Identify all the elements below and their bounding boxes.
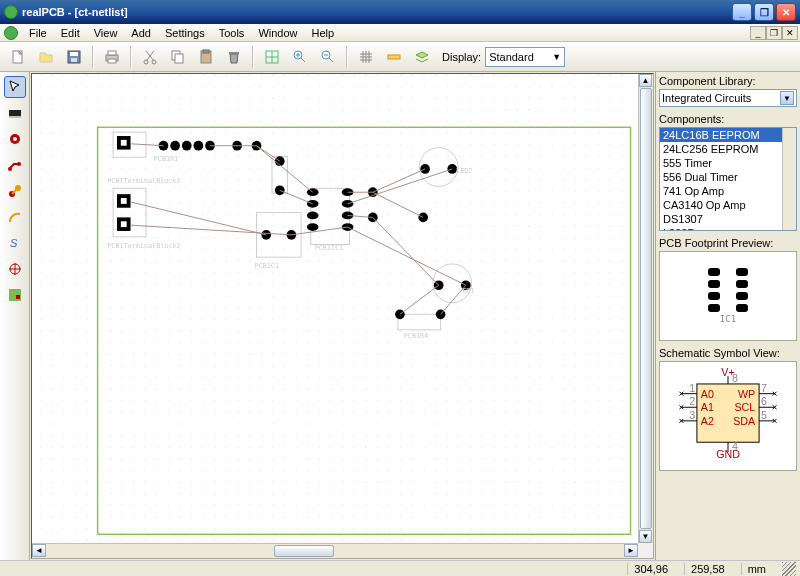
svg-rect-13 — [229, 52, 239, 54]
svg-text:5: 5 — [761, 409, 767, 421]
mdi-restore-button[interactable]: ❐ — [766, 26, 782, 40]
select-tool[interactable] — [4, 76, 26, 98]
svg-text:1: 1 — [689, 382, 695, 394]
svg-text:S: S — [10, 237, 18, 249]
menu-add[interactable]: Add — [124, 25, 158, 41]
status-y: 259,58 — [684, 563, 731, 575]
save-button[interactable] — [62, 45, 86, 69]
svg-text:A0: A0 — [701, 388, 714, 400]
horizontal-scrollbar[interactable]: ◄ ► — [32, 543, 638, 558]
mdi-minimize-button[interactable]: _ — [750, 26, 766, 40]
snap-button[interactable] — [382, 45, 406, 69]
hscroll-thumb[interactable] — [274, 545, 334, 557]
component-item[interactable]: DS1307 — [660, 212, 796, 226]
menu-tools[interactable]: Tools — [212, 25, 252, 41]
pad-tool[interactable] — [4, 128, 26, 150]
svg-rect-2 — [70, 52, 78, 56]
menu-window[interactable]: Window — [251, 25, 304, 41]
copy-button[interactable] — [166, 45, 190, 69]
component-item[interactable]: 555 Timer — [660, 156, 796, 170]
svg-rect-29 — [16, 295, 20, 299]
svg-rect-45 — [121, 198, 127, 204]
cut-button[interactable] — [138, 45, 162, 69]
vertical-scrollbar[interactable]: ▲ ▼ — [638, 74, 653, 543]
main-toolbar: Display: Standard▼ — [0, 42, 800, 72]
new-button[interactable] — [6, 45, 30, 69]
menu-bar: File Edit View Add Settings Tools Window… — [0, 24, 800, 42]
library-value: Integrated Circuits — [662, 92, 751, 104]
chevron-down-icon: ▼ — [552, 52, 561, 62]
menu-file[interactable]: File — [22, 25, 54, 41]
svg-text:SCL: SCL — [734, 401, 755, 413]
layers-button[interactable] — [410, 45, 434, 69]
scroll-down-button[interactable]: ▼ — [639, 530, 652, 543]
scroll-right-button[interactable]: ► — [624, 544, 638, 557]
chevron-down-icon: ▼ — [780, 91, 794, 105]
zoom-in-button[interactable] — [288, 45, 312, 69]
right-panel: Component Library: Integrated Circuits▼ … — [655, 72, 800, 560]
svg-point-65 — [261, 230, 271, 240]
svg-rect-17 — [388, 55, 400, 59]
footprint-preview: IC1 — [659, 251, 797, 341]
close-button[interactable]: ✕ — [776, 3, 796, 21]
svg-point-59 — [307, 212, 319, 220]
fit-button[interactable] — [260, 45, 284, 69]
origin-tool[interactable] — [4, 258, 26, 280]
trace-tool[interactable] — [4, 154, 26, 176]
delete-button[interactable] — [222, 45, 246, 69]
component-item[interactable]: L293D — [660, 226, 796, 231]
component-tool[interactable] — [4, 102, 26, 124]
preview-label: PCB Footprint Preview: — [659, 237, 797, 249]
svg-text:8: 8 — [732, 372, 738, 384]
minimize-button[interactable]: _ — [732, 3, 752, 21]
svg-text:7: 7 — [761, 382, 767, 394]
display-label: Display: — [442, 51, 481, 63]
vscroll-thumb[interactable] — [640, 88, 652, 529]
display-value: Standard — [489, 51, 534, 63]
open-button[interactable] — [34, 45, 58, 69]
svg-point-57 — [307, 188, 319, 196]
paste-button[interactable] — [194, 45, 218, 69]
menu-help[interactable]: Help — [305, 25, 342, 41]
components-listbox[interactable]: 24LC16B EEPROM24LC256 EEPROM555 Timer556… — [659, 127, 797, 231]
grid-button[interactable] — [354, 45, 378, 69]
component-item[interactable]: CA3140 Op Amp — [660, 198, 796, 212]
library-combo[interactable]: Integrated Circuits▼ — [659, 89, 797, 107]
text-tool[interactable]: S — [4, 232, 26, 254]
svg-text:LED1: LED1 — [458, 287, 474, 295]
svg-rect-28 — [11, 291, 14, 294]
listbox-scrollbar[interactable] — [782, 128, 796, 230]
component-item[interactable]: 556 Dual Timer — [660, 170, 796, 184]
mdi-close-button[interactable]: ✕ — [782, 26, 798, 40]
via-tool[interactable] — [4, 180, 26, 202]
svg-text:4: 4 — [732, 440, 738, 452]
svg-text:2: 2 — [689, 395, 695, 407]
scroll-left-button[interactable]: ◄ — [32, 544, 46, 557]
svg-point-51 — [194, 141, 204, 151]
resize-grip[interactable] — [782, 562, 796, 576]
display-combo[interactable]: Standard▼ — [485, 47, 565, 67]
status-bar: 304,96 259,58 mm — [0, 560, 800, 576]
tool-palette: S — [0, 72, 30, 560]
svg-point-20 — [13, 137, 17, 141]
scroll-up-button[interactable]: ▲ — [639, 74, 652, 87]
menu-view[interactable]: View — [87, 25, 125, 41]
svg-text:6: 6 — [761, 395, 767, 407]
menu-edit[interactable]: Edit — [54, 25, 87, 41]
svg-rect-18 — [9, 110, 21, 116]
component-item[interactable]: 24LC256 EEPROM — [660, 142, 796, 156]
arc-tool[interactable] — [4, 206, 26, 228]
svg-text:PCB1R4: PCB1R4 — [404, 332, 428, 340]
print-button[interactable] — [100, 45, 124, 69]
window-title: realPCB - [ct-netlist] — [22, 6, 732, 18]
component-item[interactable]: 24LC16B EEPROM — [660, 128, 796, 142]
svg-rect-42 — [121, 140, 127, 146]
status-x: 304,96 — [627, 563, 674, 575]
menu-settings[interactable]: Settings — [158, 25, 212, 41]
pcb-canvas[interactable]: PCB1R1 PCB1TerminalBlock1 PCB1TerminalBl… — [32, 74, 638, 543]
maximize-button[interactable]: ❐ — [754, 3, 774, 21]
status-unit: mm — [741, 563, 772, 575]
zoom-out-button[interactable] — [316, 45, 340, 69]
component-item[interactable]: 741 Op Amp — [660, 184, 796, 198]
board-tool[interactable] — [4, 284, 26, 306]
